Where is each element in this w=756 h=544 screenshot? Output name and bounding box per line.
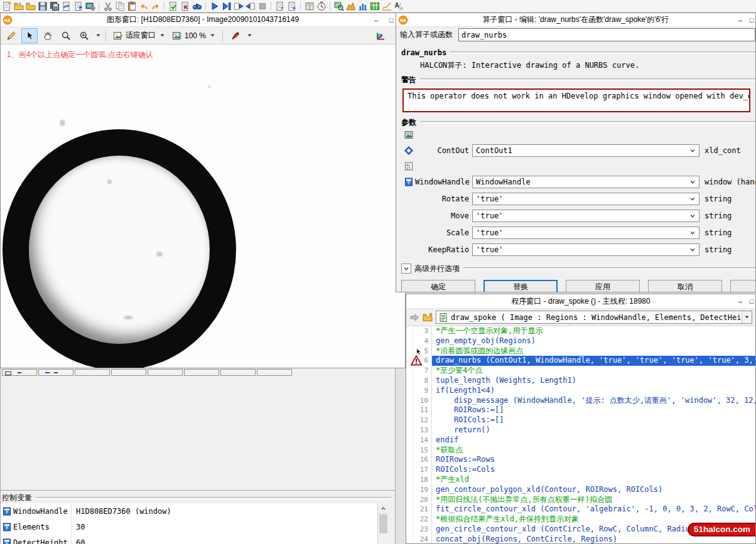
font-compare-icon[interactable]: AA bbox=[392, 1, 404, 12]
open-folder-icon[interactable] bbox=[24, 1, 36, 12]
program-window-titlebar[interactable]: 程序窗口 - draw_spoke () - 主线程: 18980 – □ bbox=[406, 294, 755, 309]
save-all-icon[interactable] bbox=[48, 1, 60, 12]
breakpoint-column[interactable] bbox=[406, 465, 413, 475]
breakpoint-column[interactable] bbox=[406, 396, 413, 406]
clipped-button[interactable] bbox=[75, 369, 110, 376]
code-line-8[interactable]: 8tuple_length (Weights, Length1) bbox=[406, 376, 755, 386]
param-combobox-WindowHandle[interactable]: WindowHandle bbox=[472, 176, 699, 188]
code-line-21[interactable]: 21fit_circle_contour_xld (Contour, 'alge… bbox=[406, 504, 755, 515]
fit-window-dropdown[interactable]: 适应窗口 bbox=[111, 28, 168, 43]
operator-window-titlebar[interactable]: HA 算子窗口 - 编辑: 'draw_nurbs'在函数'draw_spoke… bbox=[396, 13, 755, 27]
step-over-icon[interactable] bbox=[232, 1, 244, 12]
step-into-icon[interactable] bbox=[244, 1, 256, 12]
deactivate-lines-icon[interactable] bbox=[179, 1, 191, 12]
clipped-button[interactable] bbox=[148, 369, 183, 376]
breakpoint-column[interactable] bbox=[406, 386, 413, 396]
code-line-17[interactable]: 17ROICols:=Cols bbox=[406, 465, 755, 475]
select-tool-button[interactable] bbox=[21, 28, 38, 43]
breakpoint-column[interactable] bbox=[406, 475, 413, 485]
export-page-icon[interactable] bbox=[286, 1, 298, 12]
breakpoint-column[interactable] bbox=[406, 376, 413, 386]
variable-row-DetectHeight[interactable]: DetectHeight60 bbox=[1, 535, 377, 544]
breakpoint-column[interactable] bbox=[406, 405, 413, 415]
feature-histogram-icon[interactable] bbox=[357, 1, 369, 12]
profile-line-icon[interactable] bbox=[381, 1, 392, 12]
zoom-image-icon[interactable] bbox=[333, 1, 345, 12]
cut-icon[interactable] bbox=[102, 1, 114, 12]
page-arrow-icon[interactable] bbox=[274, 1, 286, 12]
code-line-6[interactable]: 6draw_nurbs (ContOut1, WindowHandle, 'tr… bbox=[406, 356, 755, 366]
param-combobox-Move[interactable]: 'true' bbox=[472, 210, 699, 222]
stop-icon[interactable] bbox=[256, 1, 268, 12]
code-line-9[interactable]: 9if(Length1<4) bbox=[406, 386, 755, 396]
reset-view-button[interactable] bbox=[372, 28, 389, 43]
code-line-7[interactable]: 7*至少要4个点 bbox=[406, 366, 755, 376]
draw-tool-button[interactable] bbox=[3, 28, 19, 43]
dialog-button-帮助[interactable]: 帮助 bbox=[730, 280, 756, 292]
clipped-button[interactable] bbox=[184, 369, 219, 376]
clipped-button[interactable] bbox=[220, 369, 256, 376]
operator-input-field[interactable] bbox=[458, 28, 755, 41]
code-line-15[interactable]: 15*获取点 bbox=[406, 445, 755, 456]
find-icon[interactable] bbox=[191, 1, 203, 12]
param-combobox-Scale[interactable]: 'true' bbox=[472, 227, 699, 239]
graphics-canvas[interactable]: 1、画4个以上点确定一个圆弧,点击右键确认 bbox=[1, 45, 405, 368]
graphics-window-titlebar[interactable]: HA 图形窗口: [H1D808ED7360] - Image200901010… bbox=[1, 13, 405, 27]
breakpoint-column[interactable] bbox=[406, 326, 413, 336]
book-icon[interactable] bbox=[303, 1, 315, 12]
code-line-12[interactable]: 12 ROICols:=[] bbox=[406, 415, 755, 425]
param-combobox-KeepRatio[interactable]: 'true' bbox=[472, 243, 699, 256]
open-program-icon[interactable] bbox=[13, 1, 24, 12]
copy-icon[interactable] bbox=[114, 1, 126, 12]
maximize-button[interactable]: □ bbox=[748, 294, 755, 308]
redo-icon[interactable] bbox=[149, 1, 161, 12]
variable-row-WindowHandle[interactable]: WindowHandleH1D808ED7360 (window) bbox=[1, 503, 377, 519]
page-flag-icon[interactable] bbox=[72, 1, 84, 12]
screenshot-icon[interactable] bbox=[84, 1, 96, 12]
variable-row-Elements[interactable]: Elements30 bbox=[1, 519, 377, 535]
caret-down-icon[interactable] bbox=[247, 33, 252, 38]
new-program-icon[interactable] bbox=[1, 1, 13, 12]
code-line-4[interactable]: 4gen_empty_obj(Regions) bbox=[406, 336, 755, 346]
zoom-level-dropdown[interactable]: 100 % bbox=[170, 28, 218, 43]
code-line-19[interactable]: 19gen_contour_polygon_xld(Contour, ROIRo… bbox=[406, 485, 755, 495]
code-line-10[interactable]: 10 disp_message (WindowHandle, '提示: 点数太少… bbox=[406, 396, 755, 406]
code-line-16[interactable]: 16ROIRows:=Rows bbox=[406, 455, 755, 465]
scrollbar-thumb[interactable] bbox=[379, 515, 387, 533]
breakpoint-column[interactable] bbox=[406, 366, 413, 376]
param-combobox-Rotate[interactable]: 'true' bbox=[472, 193, 699, 205]
maximize-button[interactable]: □ bbox=[748, 13, 755, 26]
breakpoint-column[interactable] bbox=[406, 485, 413, 495]
clipped-button[interactable] bbox=[2, 369, 37, 376]
breakpoint-column[interactable] bbox=[406, 435, 413, 445]
breakpoint-column[interactable] bbox=[406, 535, 413, 544]
dialog-button-取消[interactable]: 取消 bbox=[648, 280, 722, 292]
run-to-line-icon[interactable] bbox=[220, 1, 232, 12]
paste-icon[interactable] bbox=[126, 1, 138, 12]
breakpoint-column[interactable] bbox=[406, 525, 413, 535]
paint-tool-button[interactable] bbox=[227, 28, 244, 43]
breakpoint-column[interactable] bbox=[406, 425, 413, 435]
zoom-tool-button[interactable] bbox=[58, 28, 74, 43]
breakpoint-column[interactable] bbox=[406, 504, 413, 515]
dialog-button-替换[interactable]: 替换 bbox=[483, 280, 558, 292]
minimize-button[interactable]: – bbox=[369, 13, 384, 26]
clipped-button[interactable] bbox=[38, 369, 73, 376]
code-line-13[interactable]: 13 return() bbox=[406, 425, 755, 435]
code-line-14[interactable]: 14endif bbox=[406, 435, 755, 445]
procedure-dropdown-button[interactable] bbox=[742, 311, 752, 323]
code-line-5[interactable]: 5*沿着圆弧或圆的边缘画点 bbox=[406, 346, 755, 356]
run-icon[interactable] bbox=[208, 1, 220, 12]
activate-lines-icon[interactable] bbox=[167, 1, 179, 12]
procedures-folder-icon[interactable] bbox=[423, 312, 433, 323]
code-line-3[interactable]: 3*产生一个空显示对象,用于显示 bbox=[406, 326, 755, 336]
procedure-selector[interactable]: draw_spoke ( Image : Regions : WindowHan… bbox=[436, 311, 752, 324]
code-line-20[interactable]: 20*用回归线法(不抛出异常点,所有点权重一样)拟合圆 bbox=[406, 495, 755, 505]
page-refresh-icon[interactable] bbox=[60, 1, 72, 12]
breakpoint-column[interactable] bbox=[406, 346, 413, 356]
breakpoint-column[interactable] bbox=[406, 495, 413, 505]
clipped-button[interactable] bbox=[257, 369, 292, 376]
breakpoint-column[interactable] bbox=[406, 515, 413, 525]
undo-icon[interactable] bbox=[138, 1, 149, 12]
code-line-18[interactable]: 18*产生xld bbox=[406, 475, 755, 485]
